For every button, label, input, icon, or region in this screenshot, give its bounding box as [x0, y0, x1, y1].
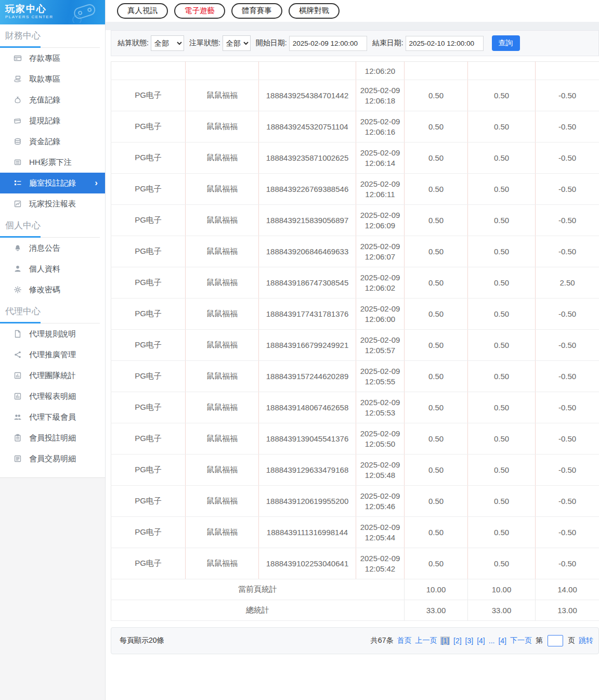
datetime-cell: 2025-02-09 12:06:18: [356, 80, 405, 111]
category-live-video-button[interactable]: 真人視訊: [117, 3, 168, 19]
valid-bet-cell: 0.50: [468, 236, 536, 267]
category-board-games-button[interactable]: 棋牌對戰: [289, 3, 340, 19]
sidebar-item-hh-lottery-bets[interactable]: HH彩票下注: [0, 152, 105, 173]
game-cell: 鼠鼠福福: [186, 205, 259, 236]
page: 玩家中心 PLAYERS CENTER 財務中心 存款專區 取款專區 充值記錄: [0, 0, 599, 700]
datetime-cell: 2025-02-09 12:06:11: [356, 174, 405, 205]
order-no-cell: 1888439215839056897: [259, 205, 356, 236]
table-row: PG电子 鼠鼠福福 1888439102253040641 2025-02-09…: [111, 548, 599, 579]
bet-amount-cell: 0.50: [405, 455, 468, 486]
sidebar-item-withdraw-zone[interactable]: 取款專區: [0, 69, 105, 89]
sidebar-item-label: 個人資料: [29, 264, 60, 274]
sidebar-item-deposit-zone[interactable]: 存款專區: [0, 48, 105, 69]
total-summary-valid-bet: 33.00: [468, 600, 536, 621]
sidebar-item-announcements[interactable]: 消息公告: [0, 238, 105, 258]
settle-status-label: 結算狀態:: [118, 38, 149, 48]
report-chart-icon: [13, 392, 22, 400]
withdraw-hand-icon: [13, 75, 22, 83]
bet-amount-cell: 0.50: [405, 392, 468, 423]
bet-amount-cell: 0.50: [405, 517, 468, 548]
page-summary-label: 當前頁統計: [111, 579, 405, 600]
table-row: PG电子 鼠鼠福福 1888439215839056897 2025-02-09…: [111, 205, 599, 236]
datetime-cell: 2025-02-09 12:05:53: [356, 392, 405, 423]
table-row: PG电子 鼠鼠福福 1888439177431781376 2025-02-09…: [111, 299, 599, 330]
datetime-cell: 2025-02-09 12:05:46: [356, 486, 405, 517]
bet-amount-cell: 0.50: [405, 174, 468, 205]
valid-bet-cell: 0.50: [468, 111, 536, 142]
bet-amount-cell: 0.50: [405, 330, 468, 361]
game-cell: 鼠鼠福福: [186, 111, 259, 142]
sidebar-item-withdrawal-records[interactable]: 提現記錄: [0, 110, 105, 131]
sidebar-item-agent-rules[interactable]: 代理規則說明: [0, 323, 105, 344]
sidebar-item-member-bet-detail[interactable]: 會員投註明細: [0, 427, 105, 448]
share-icon: [13, 351, 22, 359]
sidebar-item-funds-records[interactable]: 資金記錄: [0, 131, 105, 152]
win-loss-cell: -0.50: [536, 548, 599, 579]
start-date-input[interactable]: [289, 36, 367, 51]
sidebar-item-room-bet-records[interactable]: 廳室投註記錄 ›: [0, 173, 105, 193]
settle-status-select[interactable]: 全部: [151, 35, 184, 51]
sidebar-item-profile[interactable]: 個人資料: [0, 258, 105, 279]
sidebar-section-agent: 代理中心 代理規則說明 代理推廣管理 代理團隊統計 代理報表明細 代理下級會員: [0, 300, 105, 469]
category-electronic-games-button[interactable]: 電子遊藝: [174, 3, 225, 19]
game-cell: 鼠鼠福福: [186, 299, 259, 330]
order-no-cell: 1888439129633479168: [259, 455, 356, 486]
divider-band: [106, 22, 599, 30]
end-date-label: 結束日期:: [372, 38, 403, 48]
chart-box-icon: [13, 200, 22, 208]
sidebar: 玩家中心 PLAYERS CENTER 財務中心 存款專區 取款專區 充值記錄: [0, 0, 106, 700]
prev-page-link[interactable]: 上一页: [415, 636, 437, 645]
page-jump-input[interactable]: [548, 635, 563, 646]
sidebar-item-agent-report-detail[interactable]: 代理報表明細: [0, 386, 105, 407]
order-no-cell: 1888439120619955200: [259, 486, 356, 517]
sidebar-item-member-transaction-detail[interactable]: 會員交易明細: [0, 448, 105, 469]
valid-bet-cell: 0.50: [468, 142, 536, 174]
bell-icon: [13, 244, 22, 252]
order-status-label: 注單狀態:: [189, 38, 220, 48]
order-no-cell: 1888439226769388546: [259, 174, 356, 205]
jump-go-link[interactable]: 跳转: [579, 636, 593, 645]
order-no-cell: 1888439177431781376: [259, 299, 356, 330]
page-number-link[interactable]: ...: [489, 637, 495, 645]
page-number-link[interactable]: [4]: [498, 637, 506, 645]
sidebar-item-label: 代理規則說明: [29, 329, 76, 339]
sidebar-item-agent-team-stats[interactable]: 代理團隊統計: [0, 365, 105, 386]
order-no-cell: 1888439186747308545: [259, 267, 356, 299]
win-loss-cell: -0.50: [536, 392, 599, 423]
order-no-cell: 1888439206846469633: [259, 236, 356, 267]
end-date-input[interactable]: [406, 36, 484, 51]
table-row: PG电子 鼠鼠福福 1888439166799249921 2025-02-09…: [111, 330, 599, 361]
page-number-link[interactable]: [4]: [477, 637, 485, 645]
search-button[interactable]: 查詢: [492, 35, 520, 51]
page-number-link[interactable]: [1]: [440, 637, 450, 645]
game-cell: 鼠鼠福福: [186, 548, 259, 579]
order-status-select[interactable]: 全部: [223, 35, 251, 51]
category-sports-button[interactable]: 體育賽事: [231, 3, 282, 19]
list-lines-icon: [13, 455, 22, 463]
per-page-label: 每頁顯示20條: [120, 636, 164, 645]
sidebar-item-agent-sub-members[interactable]: 代理下級會員: [0, 407, 105, 427]
datetime-cell: 2025-02-09 12:06:00: [356, 299, 405, 330]
bet-amount-cell: 0.50: [405, 111, 468, 142]
provider-cell: PG电子: [111, 111, 186, 142]
sidebar-item-label: 代理報表明細: [29, 392, 76, 401]
datetime-cell: 2025-02-09 12:06:09: [356, 205, 405, 236]
sidebar-item-agent-promotion[interactable]: 代理推廣管理: [0, 344, 105, 365]
sidebar-item-player-bet-report[interactable]: 玩家投注報表: [0, 193, 105, 214]
game-cell: 鼠鼠福福: [186, 174, 259, 205]
bet-amount-cell: 0.50: [405, 205, 468, 236]
page-number-link[interactable]: [2]: [453, 637, 462, 645]
sidebar-item-recharge-records[interactable]: 充值記錄: [0, 89, 105, 110]
next-page-link[interactable]: 下一页: [510, 636, 532, 645]
ticket-list-icon: [13, 158, 22, 166]
provider-cell: PG电子: [111, 423, 186, 455]
datetime-cell: 2025-02-09 12:06:07: [356, 236, 405, 267]
page-number-link[interactable]: [3]: [465, 637, 474, 645]
total-summary-label: 總統計: [111, 600, 405, 621]
bar-chart-icon: [13, 371, 22, 380]
table-row: PG电子 鼠鼠福福 1888439226769388546 2025-02-09…: [111, 174, 599, 205]
first-page-link[interactable]: 首页: [397, 636, 411, 645]
sidebar-item-change-password[interactable]: 修改密碼: [0, 279, 105, 300]
provider-cell: PG电子: [111, 142, 186, 174]
document-icon: [13, 330, 22, 338]
